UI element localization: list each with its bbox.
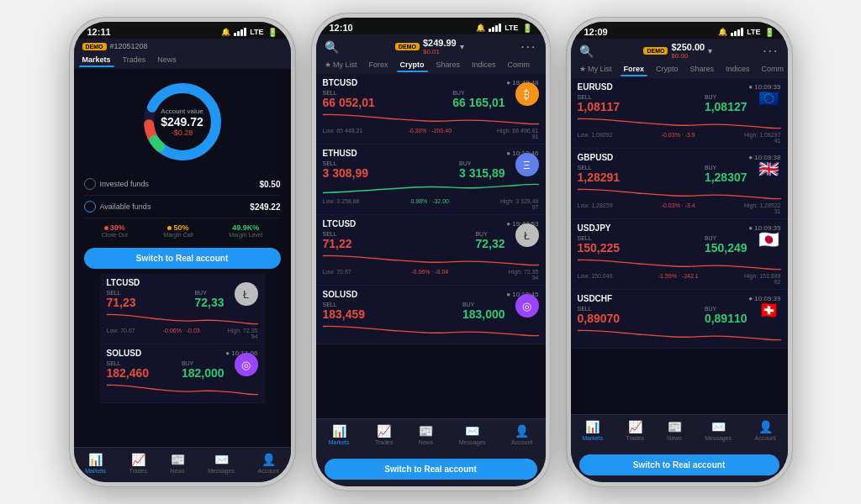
buy-price[interactable]: 150,249 (705, 241, 747, 255)
instrument-ethusd[interactable]: Ξ ETHUSD ● 10:10:46 SELL 3 308,99 BUY 3 … (316, 144, 546, 215)
nav-messages[interactable]: ✉️ Messages (705, 420, 732, 441)
market-tabs: ★ My ListForexCryptoSharesIndicesComm (316, 59, 546, 74)
switch-to-real-button[interactable]: Switch to Real account (325, 459, 537, 480)
sell-price[interactable]: 1,28291 (578, 171, 621, 184)
instrument-btcusd[interactable]: ₿ BTCUSD ● 18:42:48 SELL 66 052,01 BUY 6… (316, 74, 546, 144)
sell-price[interactable]: 182,460 (107, 366, 150, 380)
nav-account[interactable]: 👤 Account (754, 420, 775, 441)
mini-chart (107, 381, 258, 396)
buy-price[interactable]: 3 315,89 (459, 166, 505, 180)
tab-forex[interactable]: Forex (621, 63, 648, 75)
markets-nav-label: Markets (85, 468, 106, 474)
mini-chart (323, 181, 539, 197)
buy-price[interactable]: 1,08127 (705, 100, 747, 113)
trades-nav-label: Trades (129, 468, 147, 474)
tab-comm[interactable]: Comm (758, 63, 788, 75)
nav-account[interactable]: 👤 Account (257, 453, 278, 474)
tab-indices[interactable]: Indices (468, 59, 499, 71)
battery-icon: 🔋 (267, 28, 277, 37)
margin-level-label: Margin Level (229, 232, 262, 238)
prices-row: SELL 150,225 BUY 150,249 (578, 235, 781, 255)
instrument-gbpusd[interactable]: 🇬🇧 GBPUSD ● 10:09:38 SELL 1,28291 BUY 1,… (571, 149, 788, 219)
instrument-usdchf[interactable]: 🇨🇭 USDCHF ● 10:09:39 SELL 0,89070 BUY 0,… (571, 290, 788, 349)
tab-mylist[interactable]: ★ My List (576, 63, 615, 75)
nav-bar: 🔍 DEMO $249.99 $0.01 ▾ ··· (316, 34, 546, 59)
funds-section: Invested funds $0.50 Available funds $24… (74, 173, 291, 218)
sell-price[interactable]: 71,22 (323, 237, 352, 250)
nav-news[interactable]: 📰 News (170, 453, 185, 474)
messages-nav-label: Messages (208, 468, 235, 474)
ethusd-icon: Ξ (515, 153, 539, 176)
count-value: 31 (578, 208, 781, 214)
change-value: -1.59% · -242.1 (658, 273, 699, 279)
nav-trades[interactable]: 📈 Trades (375, 424, 394, 445)
tab-markets[interactable]: Markets (79, 54, 114, 66)
switch-to-real-button[interactable]: Switch to Real account (579, 454, 779, 475)
prices-row: SELL 66 052,01 BUY 66 165,01 (323, 90, 539, 109)
prices-row: SELL 183,459 BUY 183,000 (323, 302, 539, 321)
margin-call-value: 50% (163, 223, 193, 232)
sell-price[interactable]: 66 052,01 (323, 96, 375, 109)
low-value: Low: 70.67 (323, 269, 351, 275)
nav-markets[interactable]: 📊 Markets (85, 453, 106, 474)
tab-mylist[interactable]: ★ My List (321, 59, 361, 71)
nav-account[interactable]: 👤 Account (511, 424, 532, 445)
switch-to-real-button[interactable]: Switch to Real account (84, 248, 281, 269)
nav-markets[interactable]: 📊 Markets (329, 424, 350, 445)
instrument-solusd[interactable]: ◎ SOLUSD ● 10:10:45 SELL 183,459 BUY 183… (316, 286, 546, 344)
buy-price[interactable]: 182,000 (182, 366, 224, 380)
tab-indices[interactable]: Indices (722, 63, 753, 75)
nav-news[interactable]: 📰 News (419, 424, 434, 445)
sell-price[interactable]: 1,08117 (578, 100, 621, 113)
tab-shares[interactable]: Shares (433, 59, 464, 71)
nav-trades[interactable]: 📈 Trades (626, 420, 644, 441)
buy-label: BUY (705, 306, 747, 312)
buy-price[interactable]: 72,33 (194, 296, 224, 309)
prices-row: SELL 1,08117 BUY 1,08127 (578, 94, 781, 113)
nav-news[interactable]: 📰 News (667, 420, 682, 441)
tab-forex[interactable]: Forex (366, 59, 392, 71)
markets-nav-icon: 📊 (88, 453, 103, 466)
tab-news[interactable]: News (154, 54, 180, 66)
demo-badge: DEMO (395, 43, 420, 50)
search-icon[interactable]: 🔍 (579, 45, 594, 58)
low-value: Low: 1,08092 (578, 132, 613, 138)
chevron-down-icon[interactable]: ▾ (460, 42, 464, 51)
account-nav-label: Account (754, 435, 775, 441)
tab-comm[interactable]: Comm (504, 59, 534, 71)
sell-price[interactable]: 0,89070 (578, 312, 621, 325)
low-value: Low: 70.67 (107, 328, 135, 333)
sell-price[interactable]: 71,23 (107, 296, 136, 309)
nav-markets[interactable]: 📊 Markets (582, 420, 603, 441)
tab-crypto[interactable]: Crypto (652, 63, 682, 75)
instrument-eurusd[interactable]: 🇪🇺 EURUSD ● 10:09:39 SELL 1,08117 BUY 1,… (571, 78, 788, 149)
search-icon[interactable]: 🔍 (325, 40, 339, 54)
status-time: 12:10 (330, 23, 353, 33)
markets-nav-icon: 📊 (332, 424, 346, 438)
tab-trades[interactable]: Trades (119, 54, 150, 66)
sell-price[interactable]: 183,459 (323, 307, 366, 321)
tab-shares[interactable]: Shares (687, 63, 718, 75)
chevron-down-icon[interactable]: ▾ (708, 46, 712, 55)
nav-messages[interactable]: ✉️ Messages (208, 453, 235, 474)
buy-price[interactable]: 0,89110 (705, 312, 747, 325)
buy-price[interactable]: 183,000 (462, 307, 505, 321)
instrument-ltcusd[interactable]: Ł LTCUSD ● 19:47:53 SELL 71,22 BUY 72,32… (316, 215, 546, 286)
signal-icon (731, 28, 743, 36)
more-options-icon[interactable]: ··· (763, 44, 779, 59)
nav-trades[interactable]: 📈 Trades (129, 453, 147, 474)
sell-price[interactable]: 150,225 (578, 241, 621, 255)
status-icons: 🔔 LTE 🔋 (718, 28, 774, 37)
buy-price[interactable]: 72,32 (475, 237, 504, 250)
prices-row: SELL 71,22 BUY 72,32 (323, 231, 539, 250)
buy-price[interactable]: 66 165,01 (452, 96, 504, 109)
instrument-ltcusd[interactable]: Ł LTCUSD SELL 71,23 BUY 72,33 Low: 70.67… (100, 274, 265, 344)
instrument-usdjpy[interactable]: 🇯🇵 USDJPY ● 10:09:39 SELL 150,225 BUY 15… (571, 219, 788, 290)
sell-price[interactable]: 3 308,99 (323, 166, 369, 180)
buy-price[interactable]: 1,28307 (705, 171, 747, 184)
sell-label: SELL (323, 90, 375, 96)
more-options-icon[interactable]: ··· (520, 39, 536, 55)
instrument-solusd[interactable]: ◎ SOLUSD ● 10:11:06 SELL 182,460 BUY 182… (100, 344, 265, 403)
tab-crypto[interactable]: Crypto (397, 59, 428, 71)
nav-messages[interactable]: ✉️ Messages (459, 424, 486, 445)
